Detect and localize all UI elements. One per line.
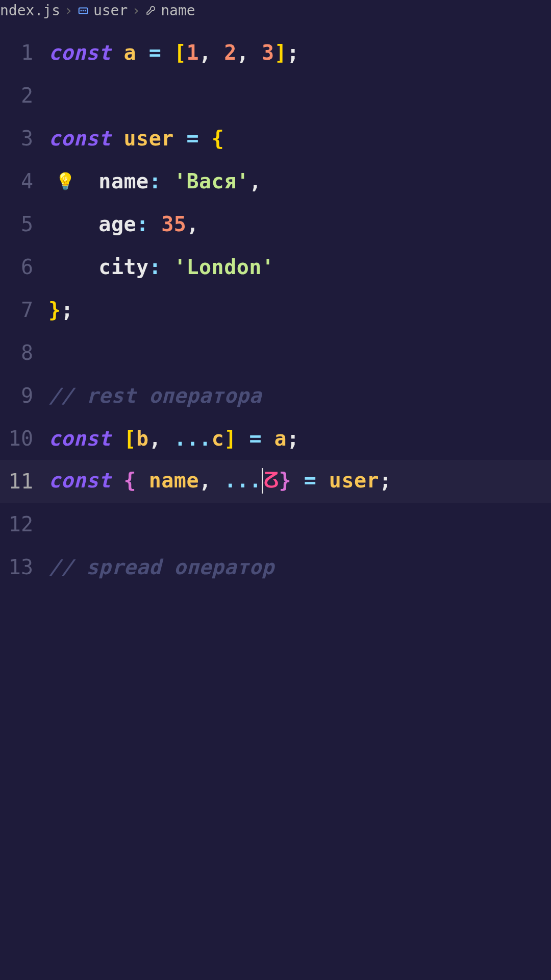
line-number: 6	[0, 255, 48, 279]
code-line[interactable]: 7 };	[0, 288, 551, 331]
code-content[interactable]: // rest оператора	[48, 384, 262, 407]
line-number: 13	[0, 555, 48, 579]
code-line[interactable]: 6 city: 'London'	[0, 246, 551, 288]
code-editor[interactable]: 1 const a = [1, 2, 3]; 2 3 const user = …	[0, 21, 551, 589]
line-number: 12	[0, 512, 48, 536]
code-content[interactable]: city: 'London'	[48, 255, 274, 279]
line-number: 4	[0, 169, 48, 193]
code-content[interactable]: const [b, ...c] = a;	[48, 427, 299, 450]
code-line[interactable]: 5 age: 35,	[0, 203, 551, 246]
line-number: 3	[0, 127, 48, 150]
line-number: 11	[0, 470, 48, 493]
code-line[interactable]: 3 const user = {	[0, 117, 551, 160]
breadcrumb-symbol-user[interactable]: user	[93, 2, 128, 19]
code-content[interactable]: name: 'Вася',	[48, 169, 262, 193]
code-line[interactable]: 11 const { name, ...ⵒ} = user;	[0, 460, 551, 503]
breadcrumb-file[interactable]: ndex.js	[0, 2, 60, 19]
breadcrumb-symbol-name[interactable]: name	[161, 2, 195, 19]
code-line[interactable]: 2	[0, 74, 551, 117]
line-number: 7	[0, 298, 48, 322]
code-content[interactable]: age: 35,	[48, 212, 199, 236]
code-content[interactable]: const a = [1, 2, 3];	[48, 41, 299, 64]
line-number: 8	[0, 341, 48, 364]
svg-point-1	[80, 10, 82, 11]
breadcrumb-separator-icon: ›	[64, 2, 73, 19]
code-line[interactable]: 13 // spread оператор	[0, 546, 551, 589]
wrench-icon	[144, 5, 157, 17]
object-icon	[77, 5, 89, 17]
code-line[interactable]: 4 💡 name: 'Вася',	[0, 160, 551, 203]
code-line[interactable]: 12	[0, 503, 551, 546]
cursor-caret-icon: ⵒ	[263, 469, 279, 492]
line-number: 1	[0, 41, 48, 64]
code-content[interactable]: const { name, ...ⵒ} = user;	[48, 469, 392, 495]
breadcrumb-separator-icon: ›	[132, 2, 140, 19]
code-line[interactable]: 8	[0, 331, 551, 374]
code-content[interactable]: const user = {	[48, 127, 224, 150]
code-line[interactable]: 9 // rest оператора	[0, 374, 551, 417]
code-content[interactable]: };	[48, 298, 73, 322]
line-number: 9	[0, 384, 48, 407]
line-number: 10	[0, 427, 48, 450]
svg-point-2	[83, 10, 84, 11]
code-line[interactable]: 1 const a = [1, 2, 3];	[0, 31, 551, 74]
code-content[interactable]: // spread оператор	[48, 555, 274, 579]
breadcrumb[interactable]: ndex.js › user › name	[0, 0, 551, 21]
line-number: 5	[0, 212, 48, 236]
svg-point-3	[85, 10, 86, 11]
line-number: 2	[0, 84, 48, 107]
code-line[interactable]: 10 const [b, ...c] = a;	[0, 417, 551, 460]
